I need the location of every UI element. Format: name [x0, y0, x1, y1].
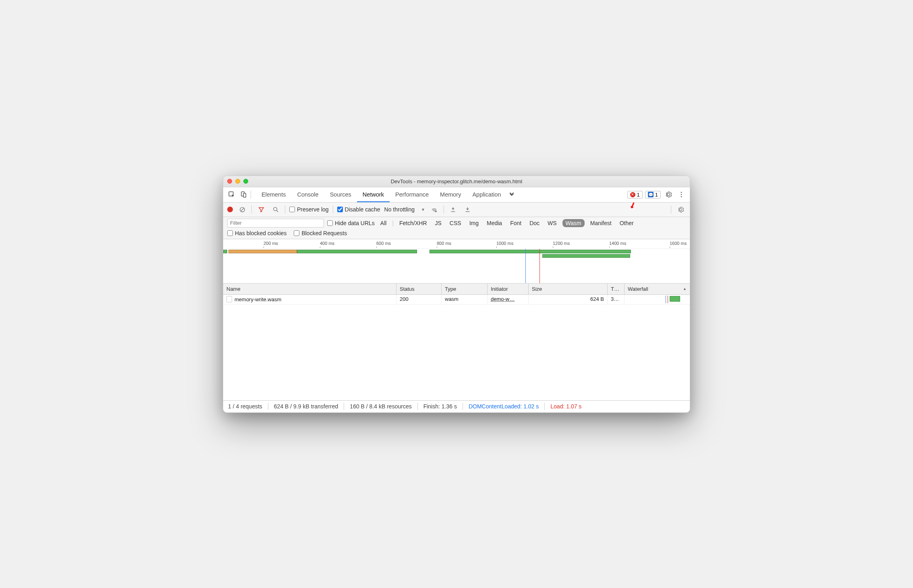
kebab-menu-icon[interactable]	[676, 189, 687, 200]
svg-point-7	[273, 207, 277, 211]
network-settings-icon[interactable]	[675, 204, 686, 215]
chevron-down-icon: ▼	[421, 207, 425, 212]
cell-time: 3…	[608, 295, 625, 304]
tab-memory[interactable]: Memory	[434, 187, 467, 202]
filter-icon[interactable]	[256, 204, 266, 215]
filter-font[interactable]: Font	[508, 219, 524, 227]
cell-status: 200	[396, 295, 442, 304]
panel-tabs: Elements Console Sources Network Perform…	[256, 187, 626, 202]
th-size[interactable]: Size	[529, 284, 608, 294]
filter-js[interactable]: JS	[433, 219, 444, 227]
blocked-cookies-checkbox[interactable]: Has blocked cookies	[227, 230, 286, 236]
tick-label: 1200 ms	[553, 241, 570, 246]
disable-cache-checkbox[interactable]: Disable cache	[337, 206, 380, 213]
wf-bar	[670, 296, 680, 302]
preserve-log-label: Preserve log	[297, 206, 329, 213]
th-status[interactable]: Status	[396, 284, 442, 294]
cell-size: 624 B	[529, 295, 608, 304]
filter-all[interactable]: All	[378, 219, 389, 227]
file-icon	[226, 296, 232, 302]
message-count: 1	[655, 192, 658, 198]
timeline-overview[interactable]: 200 ms 400 ms 600 ms 800 ms 1000 ms 1200…	[223, 239, 690, 284]
filter-fetch[interactable]: Fetch/XHR	[397, 219, 429, 227]
blocked-requests-checkbox[interactable]: Blocked Requests	[294, 230, 347, 236]
disable-cache-label: Disable cache	[345, 206, 380, 213]
search-icon[interactable]	[270, 204, 281, 215]
hide-data-urls-label: Hide data URLs	[335, 220, 375, 226]
filter-wasm[interactable]: Wasm	[562, 219, 585, 227]
throttling-value: No throttling	[384, 206, 415, 213]
table-row[interactable]: memory-write.wasm 200 wasm demo-w… 624 B…	[223, 295, 690, 304]
wf-dcl-line	[666, 296, 666, 303]
separator	[671, 205, 671, 213]
file-name: memory-write.wasm	[234, 296, 281, 302]
error-badge[interactable]: ✕ 1	[627, 191, 643, 199]
clear-icon[interactable]	[237, 204, 247, 215]
separator	[417, 403, 418, 410]
blocked-requests-input[interactable]	[294, 230, 299, 236]
inspect-element-icon[interactable]	[226, 189, 237, 200]
filter-media[interactable]: Media	[484, 219, 504, 227]
tab-console[interactable]: Console	[291, 187, 324, 202]
disable-cache-input[interactable]	[337, 207, 343, 212]
blocked-cookies-label: Has blocked cookies	[235, 230, 286, 236]
request-bar	[223, 250, 227, 253]
hide-data-urls-input[interactable]	[327, 220, 333, 226]
request-bar	[430, 250, 631, 253]
initiator-link[interactable]: demo-w…	[491, 296, 515, 302]
separator	[285, 205, 285, 213]
filter-img[interactable]: Img	[467, 219, 481, 227]
throttling-select[interactable]: No throttling ▼	[384, 206, 425, 213]
th-initiator[interactable]: Initiator	[488, 284, 529, 294]
separator	[463, 403, 463, 410]
tabbar-right: ✕ 1 💬 1	[627, 189, 687, 200]
export-har-icon[interactable]	[463, 204, 473, 215]
table-body: memory-write.wasm 200 wasm demo-w… 624 B…	[223, 295, 690, 400]
status-requests: 1 / 4 requests	[228, 403, 262, 410]
svg-point-3	[681, 192, 682, 193]
blocked-requests-label: Blocked Requests	[301, 230, 347, 236]
filter-doc[interactable]: Doc	[527, 219, 542, 227]
import-har-icon[interactable]	[448, 204, 459, 215]
cell-name: memory-write.wasm	[223, 295, 396, 304]
record-button[interactable]	[227, 207, 233, 212]
devtools-window: DevTools - memory-inspector.glitch.me/de…	[223, 176, 690, 413]
hide-data-urls-checkbox[interactable]: Hide data URLs	[327, 220, 375, 226]
separator	[544, 403, 545, 410]
th-type[interactable]: Type	[442, 284, 488, 294]
filter-other[interactable]: Other	[617, 219, 636, 227]
status-dcl: DOMContentLoaded: 1.02 s	[469, 403, 539, 410]
tick-label: 200 ms	[264, 241, 278, 246]
message-icon: 💬	[648, 192, 654, 197]
th-waterfall[interactable]: Waterfall ▲	[625, 284, 690, 294]
network-conditions-icon[interactable]	[429, 204, 440, 215]
filter-input[interactable]	[227, 219, 324, 228]
tick-label: 800 ms	[437, 241, 451, 246]
device-toggle-icon[interactable]	[239, 189, 249, 200]
blocked-cookies-input[interactable]	[227, 230, 233, 236]
separator	[251, 190, 251, 199]
tab-elements[interactable]: Elements	[256, 187, 291, 202]
status-finish: Finish: 1.36 s	[423, 403, 457, 410]
message-badge[interactable]: 💬 1	[645, 191, 661, 199]
window-title: DevTools - memory-inspector.glitch.me/de…	[223, 178, 690, 184]
settings-icon[interactable]	[663, 189, 674, 200]
tab-sources[interactable]: Sources	[324, 187, 357, 202]
filter-ws[interactable]: WS	[545, 219, 559, 227]
tab-network[interactable]: Network	[357, 187, 390, 202]
svg-rect-2	[243, 193, 246, 197]
th-name[interactable]: Name	[223, 284, 396, 294]
filter-css[interactable]: CSS	[447, 219, 464, 227]
tab-performance[interactable]: Performance	[390, 187, 434, 202]
tab-application[interactable]: Application	[467, 187, 506, 202]
more-tabs-icon[interactable]	[506, 189, 517, 200]
cell-initiator: demo-w…	[488, 295, 529, 304]
filter-manifest[interactable]: Manifest	[588, 219, 614, 227]
error-icon: ✕	[630, 192, 635, 197]
error-count: 1	[637, 192, 640, 198]
th-time[interactable]: T…	[608, 284, 625, 294]
preserve-log-checkbox[interactable]: Preserve log	[289, 206, 329, 213]
status-transferred: 624 B / 9.9 kB transferred	[274, 403, 338, 410]
tick-label: 1400 ms	[609, 241, 626, 246]
preserve-log-input[interactable]	[289, 207, 295, 212]
